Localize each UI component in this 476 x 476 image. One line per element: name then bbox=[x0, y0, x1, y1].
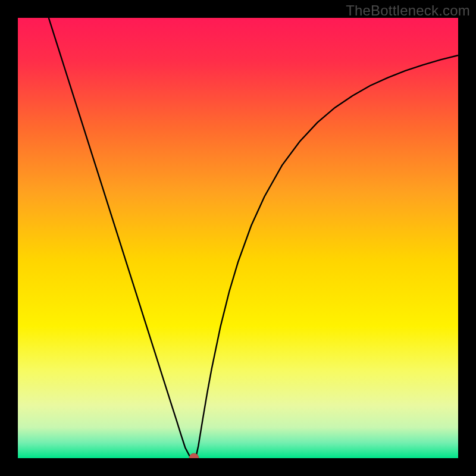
chart-svg bbox=[18, 18, 458, 458]
chart-frame: TheBottleneck.com bbox=[0, 0, 476, 476]
plot-area bbox=[18, 18, 458, 458]
gradient-background bbox=[18, 18, 458, 458]
watermark-text: TheBottleneck.com bbox=[346, 2, 470, 19]
